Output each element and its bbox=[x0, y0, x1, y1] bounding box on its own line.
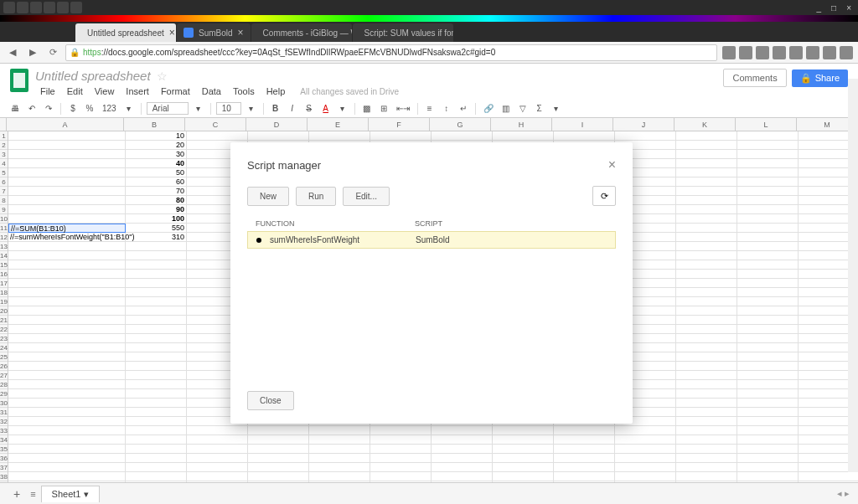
minimize-button[interactable]: _ bbox=[814, 3, 825, 13]
cell[interactable] bbox=[432, 472, 493, 481]
cell[interactable] bbox=[554, 463, 615, 472]
cell[interactable] bbox=[8, 435, 126, 445]
cell[interactable] bbox=[676, 251, 737, 260]
cell[interactable] bbox=[8, 426, 126, 435]
cell[interactable] bbox=[493, 445, 554, 454]
cell[interactable] bbox=[737, 435, 799, 445]
cell[interactable]: 10 bbox=[126, 131, 187, 141]
cell[interactable] bbox=[370, 426, 432, 435]
close-button[interactable]: Close bbox=[247, 391, 294, 410]
tray-icon[interactable] bbox=[70, 2, 82, 13]
ext-icon[interactable] bbox=[756, 46, 769, 59]
row-header[interactable]: 20 bbox=[0, 306, 8, 316]
bold-button[interactable]: B bbox=[269, 102, 282, 115]
all-sheets-button[interactable]: ≡ bbox=[30, 489, 35, 499]
row-header[interactable]: 3 bbox=[0, 150, 8, 159]
cell[interactable] bbox=[676, 417, 737, 426]
borders-icon[interactable]: ⊞ bbox=[377, 102, 390, 115]
comments-button[interactable]: Comments bbox=[723, 69, 786, 87]
cell[interactable] bbox=[737, 325, 799, 334]
cell[interactable] bbox=[126, 380, 187, 389]
cell[interactable] bbox=[737, 334, 799, 343]
cell[interactable]: 30 bbox=[126, 150, 187, 159]
cell[interactable] bbox=[493, 454, 554, 463]
column-header[interactable]: L bbox=[736, 118, 797, 131]
row-header[interactable]: 30 bbox=[0, 399, 8, 408]
url-bar[interactable]: 🔒 https://docs.google.com/spreadsheet/cc… bbox=[65, 44, 717, 61]
row-header[interactable]: 26 bbox=[0, 362, 8, 371]
more-icon[interactable]: ▾ bbox=[550, 102, 563, 115]
row-header[interactable]: 5 bbox=[0, 168, 8, 177]
ext-icon[interactable] bbox=[789, 46, 803, 59]
wrap-icon[interactable]: ↵ bbox=[457, 102, 470, 115]
cell[interactable] bbox=[187, 463, 248, 472]
cell[interactable] bbox=[737, 417, 799, 426]
cell[interactable] bbox=[126, 270, 187, 279]
cell[interactable] bbox=[737, 463, 799, 472]
cell[interactable] bbox=[737, 343, 799, 352]
row-header[interactable]: 10 bbox=[0, 214, 8, 224]
dialog-close-icon[interactable]: × bbox=[608, 157, 616, 172]
cell[interactable] bbox=[676, 150, 737, 159]
cell[interactable] bbox=[615, 435, 676, 445]
column-header[interactable]: F bbox=[369, 118, 430, 131]
cell[interactable] bbox=[309, 426, 370, 435]
row-header[interactable]: 23 bbox=[0, 334, 8, 343]
row-header[interactable]: 11 bbox=[0, 224, 8, 233]
menu-view[interactable]: View bbox=[90, 85, 120, 98]
cell[interactable] bbox=[432, 463, 493, 472]
cell[interactable] bbox=[8, 260, 126, 270]
cell[interactable] bbox=[370, 435, 432, 445]
valign-icon[interactable]: ↕ bbox=[440, 102, 453, 115]
cell[interactable] bbox=[615, 472, 676, 481]
menu-data[interactable]: Data bbox=[197, 85, 226, 98]
row-header[interactable]: 12 bbox=[0, 233, 8, 242]
cell[interactable] bbox=[370, 472, 432, 481]
row-header[interactable]: 18 bbox=[0, 288, 8, 297]
menu-format[interactable]: Format bbox=[156, 85, 195, 98]
cell[interactable] bbox=[737, 187, 799, 196]
cell[interactable] bbox=[8, 297, 126, 306]
row-header[interactable]: 37 bbox=[0, 463, 8, 472]
row-header[interactable]: 4 bbox=[0, 159, 8, 168]
cell[interactable] bbox=[737, 389, 799, 399]
cell[interactable] bbox=[554, 435, 615, 445]
cell[interactable] bbox=[432, 445, 493, 454]
cell[interactable] bbox=[676, 141, 737, 150]
row-header[interactable]: 35 bbox=[0, 445, 8, 454]
cell[interactable] bbox=[248, 472, 309, 481]
edit-button[interactable]: Edit... bbox=[343, 187, 390, 206]
cell[interactable]: 100 bbox=[126, 214, 187, 224]
print-icon[interactable]: 🖶 bbox=[8, 102, 22, 115]
text-color-button[interactable]: A bbox=[319, 102, 333, 115]
cell[interactable] bbox=[8, 242, 126, 251]
cell[interactable] bbox=[8, 168, 126, 177]
cell[interactable] bbox=[615, 445, 676, 454]
number-format[interactable]: 123 bbox=[100, 102, 119, 115]
cell[interactable] bbox=[493, 131, 554, 141]
cell[interactable] bbox=[126, 251, 187, 260]
cell[interactable] bbox=[676, 389, 737, 399]
star-icon[interactable]: ☆ bbox=[157, 69, 168, 83]
cell[interactable] bbox=[8, 472, 126, 481]
cell[interactable] bbox=[432, 435, 493, 445]
cell[interactable] bbox=[309, 435, 370, 445]
cell[interactable]: 310 bbox=[126, 233, 187, 242]
cell[interactable] bbox=[737, 260, 799, 270]
tray-icon[interactable] bbox=[3, 2, 15, 13]
select-all-corner[interactable] bbox=[0, 118, 7, 131]
cell[interactable] bbox=[615, 426, 676, 435]
cell[interactable] bbox=[737, 233, 799, 242]
cell[interactable] bbox=[615, 454, 676, 463]
cell[interactable] bbox=[737, 306, 799, 316]
column-header[interactable]: A bbox=[7, 118, 124, 131]
cell[interactable] bbox=[737, 205, 799, 214]
cell[interactable] bbox=[676, 435, 737, 445]
row-header[interactable]: 33 bbox=[0, 426, 8, 435]
forward-button[interactable]: ▶ bbox=[25, 45, 40, 60]
cell[interactable] bbox=[126, 242, 187, 251]
cell[interactable] bbox=[8, 150, 126, 159]
row-header[interactable]: 32 bbox=[0, 417, 8, 426]
cell[interactable] bbox=[676, 131, 737, 141]
browser-tab[interactable]: SumBold × bbox=[177, 23, 251, 42]
